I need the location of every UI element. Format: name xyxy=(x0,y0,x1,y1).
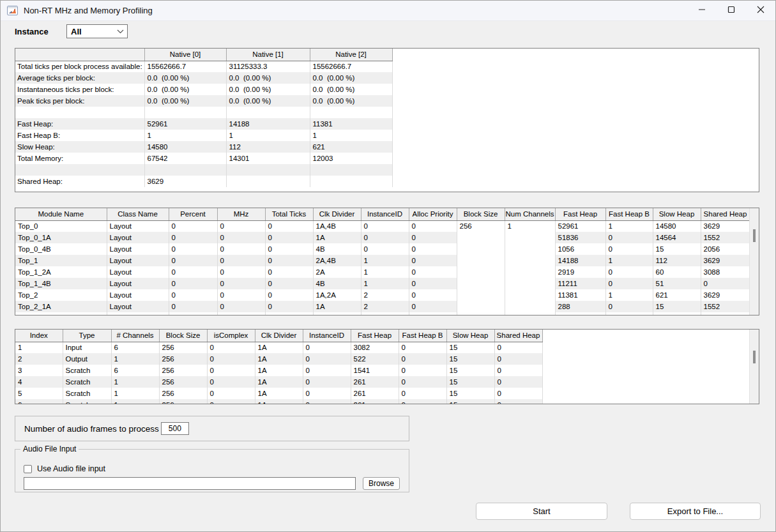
module-cell[interactable]: 0 xyxy=(361,243,409,255)
buffer-cell[interactable]: 15 xyxy=(446,376,494,388)
module-cell[interactable]: 11211 xyxy=(555,278,605,289)
module-cell[interactable] xyxy=(505,255,555,266)
module-cell[interactable]: 1056 xyxy=(555,243,605,255)
summary-value-cell[interactable]: 0.0 (0.00 %) xyxy=(144,72,226,84)
summary-row-label[interactable] xyxy=(15,107,144,118)
module-cell[interactable]: 256 xyxy=(457,220,505,232)
module-cell[interactable]: Layout xyxy=(107,243,169,255)
summary-value-cell[interactable]: 31125333.3 xyxy=(226,61,310,72)
module-cell[interactable]: 0 xyxy=(605,266,653,278)
summary-row-label[interactable]: Instantaneous ticks per block: xyxy=(15,84,144,95)
module-cell[interactable]: 2A,4B xyxy=(313,255,361,266)
buffer-cell[interactable]: 15 xyxy=(446,365,494,376)
buffer-cell[interactable]: 0 xyxy=(494,376,542,388)
module-cell[interactable]: 52961 xyxy=(555,220,605,232)
module-cell[interactable]: 0 xyxy=(605,232,653,243)
module-cell[interactable]: Layout xyxy=(107,278,169,289)
module-cell[interactable]: 0 xyxy=(265,255,313,266)
buffer-cell[interactable]: 0 xyxy=(303,365,351,376)
module-cell[interactable]: 0 xyxy=(217,232,265,243)
summary-value-cell[interactable]: 1 xyxy=(226,130,310,141)
module-cell[interactable] xyxy=(555,312,605,315)
module-cell[interactable] xyxy=(505,232,555,243)
module-cell[interactable]: Layout xyxy=(107,301,169,312)
buffer-cell[interactable]: 0 xyxy=(494,399,542,404)
module-cell[interactable]: 1A,2A xyxy=(313,289,361,301)
module-cell[interactable]: Layout xyxy=(107,232,169,243)
browse-button[interactable]: Browse xyxy=(363,477,400,490)
close-button[interactable] xyxy=(746,1,775,20)
module-cell[interactable] xyxy=(361,312,409,315)
summary-value-cell[interactable]: 0.0 (0.00 %) xyxy=(144,84,226,95)
buffer-cell[interactable]: 0 xyxy=(207,353,255,365)
module-cell[interactable]: 0 xyxy=(265,289,313,301)
module-cell[interactable]: 1A xyxy=(313,232,361,243)
buffer-cell[interactable]: 1A xyxy=(255,388,303,399)
buffer-cell[interactable]: 0 xyxy=(303,353,351,365)
summary-row-label[interactable]: Fast Heap: xyxy=(15,118,144,130)
module-cell[interactable]: 1 xyxy=(361,278,409,289)
module-cell[interactable]: 0 xyxy=(265,220,313,232)
summary-value-cell[interactable] xyxy=(144,107,226,118)
module-cell[interactable]: 0 xyxy=(265,301,313,312)
buffer-cell[interactable]: Input xyxy=(63,342,111,353)
module-cell[interactable] xyxy=(505,266,555,278)
buffer-cell[interactable]: 261 xyxy=(351,399,399,404)
module-cell[interactable] xyxy=(505,278,555,289)
module-scrollbar-thumb[interactable] xyxy=(753,229,756,242)
module-cell[interactable]: Top_2_1A xyxy=(15,301,107,312)
module-cell[interactable]: 621 xyxy=(653,289,701,301)
module-cell[interactable]: 3629 xyxy=(701,255,750,266)
summary-value-cell[interactable] xyxy=(144,164,226,176)
buffer-cell[interactable]: 256 xyxy=(159,365,207,376)
summary-value-cell[interactable] xyxy=(226,176,310,187)
summary-value-cell[interactable]: 112 xyxy=(226,141,310,153)
module-cell[interactable]: 0 xyxy=(169,278,217,289)
summary-value-cell[interactable] xyxy=(226,164,310,176)
module-cell[interactable] xyxy=(313,312,361,315)
buffer-cell[interactable]: 256 xyxy=(159,353,207,365)
module-cell[interactable]: 0 xyxy=(169,266,217,278)
module-cell[interactable] xyxy=(505,289,555,301)
module-cell[interactable] xyxy=(457,278,505,289)
module-cell[interactable]: 3629 xyxy=(701,289,750,301)
module-cell[interactable]: 0 xyxy=(265,232,313,243)
module-cell[interactable]: 1 xyxy=(605,289,653,301)
module-cell[interactable]: Top_2 xyxy=(15,289,107,301)
buffer-cell[interactable]: 0 xyxy=(494,365,542,376)
module-cell[interactable] xyxy=(457,312,505,315)
module-cell[interactable]: 3629 xyxy=(701,220,750,232)
buffer-cell[interactable]: 0 xyxy=(303,399,351,404)
module-cell[interactable]: 0 xyxy=(265,278,313,289)
buffer-cell[interactable]: 3 xyxy=(15,365,63,376)
summary-value-cell[interactable]: 12003 xyxy=(310,153,392,164)
buffer-cell[interactable]: 522 xyxy=(351,353,399,365)
module-cell[interactable]: Top_0_1A xyxy=(15,232,107,243)
summary-value-cell[interactable] xyxy=(310,176,392,187)
module-cell[interactable]: 0 xyxy=(217,289,265,301)
module-cell[interactable]: 0 xyxy=(605,301,653,312)
buffer-cell[interactable]: 0 xyxy=(303,342,351,353)
module-cell[interactable]: 0 xyxy=(217,301,265,312)
summary-value-cell[interactable]: 67542 xyxy=(144,153,226,164)
module-cell[interactable]: 0 xyxy=(605,278,653,289)
buffer-cell[interactable]: 256 xyxy=(159,388,207,399)
buffer-cell[interactable]: 0 xyxy=(303,376,351,388)
module-cell[interactable] xyxy=(505,243,555,255)
summary-value-cell[interactable]: 15562666.7 xyxy=(144,61,226,72)
module-cell[interactable] xyxy=(107,312,169,315)
module-cell[interactable]: 0 xyxy=(217,255,265,266)
module-cell[interactable]: 0 xyxy=(169,289,217,301)
summary-value-cell[interactable]: 11381 xyxy=(310,118,392,130)
module-cell[interactable]: 0 xyxy=(265,266,313,278)
module-cell[interactable]: 0 xyxy=(409,232,457,243)
buffer-cell[interactable]: 1A xyxy=(255,342,303,353)
module-cell[interactable]: 0 xyxy=(409,220,457,232)
module-cell[interactable]: Layout xyxy=(107,266,169,278)
module-cell[interactable]: 0 xyxy=(409,289,457,301)
summary-value-cell[interactable]: 0.0 (0.00 %) xyxy=(310,84,392,95)
buffer-table-scrollbar[interactable] xyxy=(749,330,759,404)
module-cell[interactable]: 0 xyxy=(409,278,457,289)
module-cell[interactable] xyxy=(409,312,457,315)
module-cell[interactable]: 288 xyxy=(555,301,605,312)
